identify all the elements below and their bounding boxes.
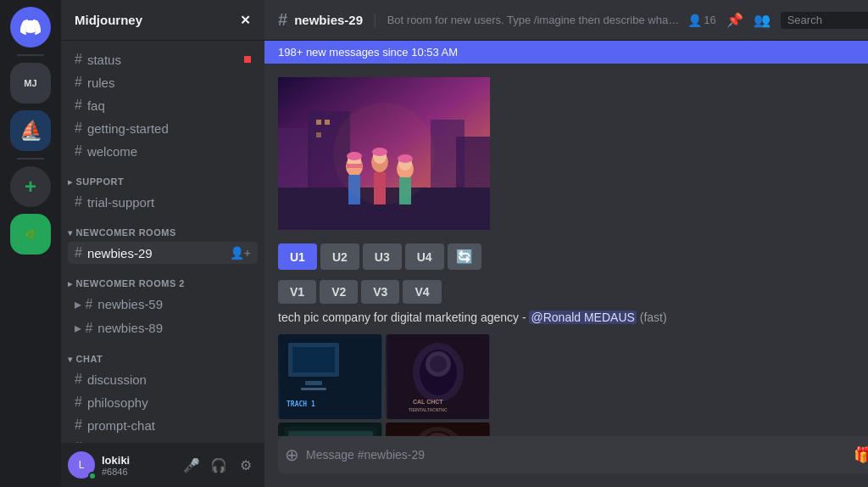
message-group-anime: U1 U2 U3 U4 🔄 V1 V2 V3 V4 bbox=[278, 77, 868, 304]
main-content: # newbies-29 | Bot room for new users. T… bbox=[264, 0, 868, 487]
server-icon-green[interactable]: 🌿 bbox=[10, 214, 51, 255]
new-messages-bar: 198+ new messages since 10:53 AM Mark As… bbox=[264, 41, 868, 64]
svg-point-22 bbox=[333, 103, 435, 204]
channel-item-newbies-29[interactable]: # newbies-29 👤+ bbox=[68, 242, 258, 264]
pin-icon[interactable]: 📌 bbox=[726, 12, 743, 28]
close-icon: ✕ bbox=[240, 13, 251, 28]
channel-item-getting-started[interactable]: # getting-started bbox=[68, 117, 258, 139]
channel-item-prompt-chat[interactable]: # prompt-chat bbox=[68, 414, 258, 436]
footer-username: lokiki bbox=[102, 454, 173, 467]
deafen-button[interactable]: 🎧 bbox=[207, 453, 231, 477]
hash-icon: ▸ # bbox=[75, 296, 92, 312]
server-icon-discord[interactable] bbox=[10, 7, 51, 48]
svg-rect-27 bbox=[301, 388, 326, 390]
hash-icon: # bbox=[75, 75, 82, 90]
server-name: Midjourney bbox=[75, 13, 142, 27]
header-divider: | bbox=[373, 11, 377, 29]
add-attachment-button[interactable]: ⊕ bbox=[285, 445, 299, 465]
gift-icon[interactable]: 🎁 bbox=[854, 445, 868, 464]
v1-button[interactable]: V1 bbox=[278, 280, 316, 304]
hash-icon: # bbox=[75, 372, 82, 387]
channel-item-discussion[interactable]: # discussion bbox=[68, 368, 258, 390]
channel-item-faq[interactable]: # faq bbox=[68, 94, 258, 116]
anime-image-container bbox=[278, 77, 490, 233]
member-list-icon[interactable]: 👥 bbox=[754, 12, 771, 28]
channel-item-rules[interactable]: # rules bbox=[68, 71, 258, 93]
svg-text:CAL CHCT: CAL CHCT bbox=[413, 399, 443, 405]
channel-header-desc: Bot room for new users. Type /imagine th… bbox=[387, 14, 682, 26]
u1-button[interactable]: U1 bbox=[278, 244, 317, 270]
sidebar-footer: L lokiki #6846 🎤 🎧 ⚙ bbox=[61, 443, 264, 487]
channel-item-trial-support[interactable]: # trial-support bbox=[68, 191, 258, 213]
server-icon-mj[interactable]: MJ bbox=[10, 63, 51, 104]
hash-icon: # bbox=[75, 194, 82, 210]
collapse-icon-2: ▾ bbox=[68, 228, 73, 238]
v-action-buttons: V1 V2 V3 V4 bbox=[278, 280, 868, 304]
u4-button[interactable]: U4 bbox=[405, 244, 444, 270]
user-avatar: L bbox=[68, 451, 95, 479]
channel-item-newbies-89[interactable]: ▸ # newbies-89 bbox=[68, 316, 258, 339]
message-group-tech: tech pic company for digital marketing a… bbox=[278, 311, 868, 436]
channel-item-off-topic[interactable]: # off-topic bbox=[68, 437, 258, 443]
category-newcomer-rooms-2: ▸ NEWCOMER ROOMS 2 bbox=[61, 265, 264, 292]
server-icon-boat[interactable]: ⛵ bbox=[10, 110, 51, 151]
hash-icon: # bbox=[75, 98, 82, 113]
category-chat: ▾ CHAT bbox=[61, 340, 264, 367]
input-right-icons: 🎁 GIF 🗒 😊 bbox=[854, 445, 868, 464]
server-divider-2 bbox=[17, 158, 44, 160]
channel-sidebar-header[interactable]: Midjourney ✕ bbox=[61, 0, 264, 41]
svg-rect-26 bbox=[305, 381, 322, 385]
u2-button[interactable]: U2 bbox=[320, 244, 359, 270]
message-input-box: ⊕ 🎁 GIF 🗒 😊 bbox=[278, 436, 868, 473]
v2-button[interactable]: V2 bbox=[320, 280, 358, 304]
collapse-icon-3: ▸ bbox=[68, 279, 73, 288]
channel-item-welcome[interactable]: # welcome bbox=[68, 140, 258, 162]
search-box[interactable]: 🔍 bbox=[781, 12, 868, 29]
refresh-button[interactable]: 🔄 bbox=[448, 244, 481, 270]
svg-rect-25 bbox=[292, 347, 335, 372]
hash-icon: # bbox=[75, 417, 82, 433]
message-input[interactable] bbox=[306, 448, 847, 462]
settings-button[interactable]: ⚙ bbox=[234, 453, 258, 477]
messages-area[interactable]: U1 U2 U3 U4 🔄 V1 V2 V3 V4 tech pic compa… bbox=[264, 64, 868, 436]
svg-point-33 bbox=[430, 355, 447, 372]
hash-icon: # bbox=[75, 143, 82, 159]
mute-button[interactable]: 🎤 bbox=[180, 453, 203, 477]
user-status-dot bbox=[88, 472, 97, 480]
server-icon-add[interactable]: + bbox=[10, 166, 51, 207]
mention: @Ronald MEDAUS bbox=[529, 311, 636, 324]
category-support: ▸ SUPPORT bbox=[61, 163, 264, 190]
tech-images-grid: TRACH 1 CAL CHCT TIEINTALTACNTNC bbox=[278, 334, 490, 436]
tech-img-1: TRACH 1 bbox=[278, 334, 382, 419]
new-messages-text: 198+ new messages since 10:53 AM bbox=[278, 46, 458, 59]
members-count: 👤 16 bbox=[687, 14, 715, 27]
channel-item-status[interactable]: # status bbox=[68, 48, 258, 70]
tech-img-3: TRACHCL digital agency bbox=[278, 423, 382, 436]
tech-message-text: tech pic company for digital marketing a… bbox=[278, 311, 868, 324]
tech-img-2: CAL CHCT TIEINTALTACNTNC bbox=[386, 334, 490, 419]
svg-rect-7 bbox=[316, 132, 321, 137]
header-icons: 👤 16 📌 👥 🔍 📥 ❓ bbox=[687, 12, 868, 29]
channel-item-newbies-59[interactable]: ▸ # newbies-59 bbox=[68, 293, 258, 316]
anime-image bbox=[278, 77, 490, 230]
v4-button[interactable]: V4 bbox=[403, 280, 441, 304]
search-input[interactable] bbox=[787, 14, 868, 26]
tech-img-4: steampunk figure bbox=[386, 423, 490, 436]
channel-item-philosophy[interactable]: # philosophy bbox=[68, 391, 258, 413]
svg-text:TRACH 1: TRACH 1 bbox=[287, 400, 315, 408]
collapse-icon-4: ▾ bbox=[68, 355, 73, 364]
server-sidebar: MJ ⛵ + 🌿 bbox=[0, 0, 61, 487]
status-dot bbox=[244, 56, 251, 63]
svg-rect-6 bbox=[325, 120, 330, 125]
channel-header: # newbies-29 | Bot room for new users. T… bbox=[264, 0, 868, 41]
channel-list: # status # rules # faq # getting-started… bbox=[61, 41, 264, 443]
u3-button[interactable]: U3 bbox=[363, 244, 402, 270]
footer-user: lokiki #6846 bbox=[102, 454, 173, 477]
hash-icon: # bbox=[75, 120, 82, 136]
members-icon: 👤 bbox=[687, 14, 702, 27]
footer-discriminator: #6846 bbox=[102, 467, 173, 477]
footer-icons: 🎤 🎧 ⚙ bbox=[180, 453, 258, 477]
add-member-icon[interactable]: 👤+ bbox=[230, 246, 251, 260]
hash-icon: # bbox=[75, 245, 82, 260]
v3-button[interactable]: V3 bbox=[361, 280, 399, 304]
